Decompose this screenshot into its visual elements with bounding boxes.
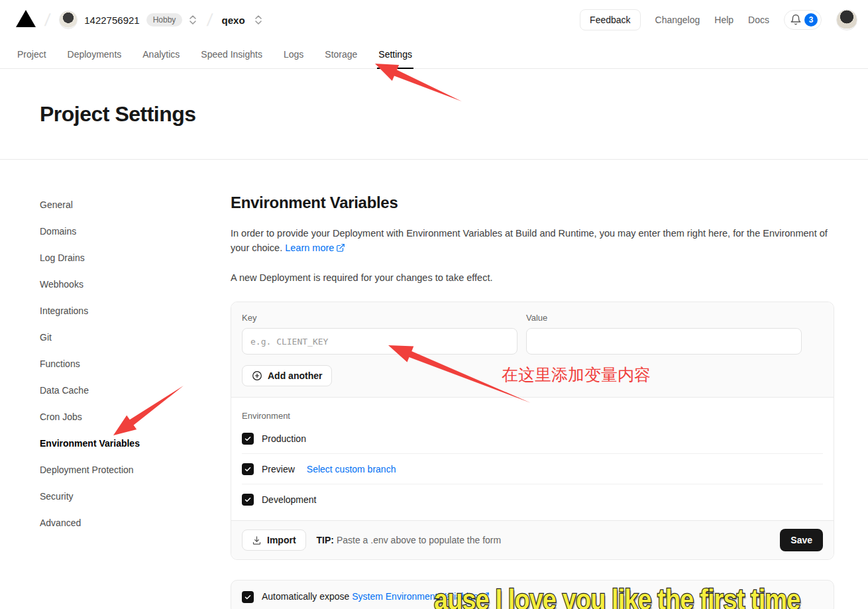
import-button[interactable]: Import: [242, 529, 306, 551]
vercel-logo-icon[interactable]: [16, 10, 36, 27]
sidebar-item-general[interactable]: General: [40, 200, 231, 209]
environment-row-development: Development: [242, 484, 823, 515]
key-input[interactable]: [242, 328, 517, 355]
card-footer: Import TIP: Paste a .env above to popula…: [231, 520, 834, 559]
sidebar-item-functions[interactable]: Functions: [40, 359, 231, 368]
sidebar-item-security[interactable]: Security: [40, 492, 231, 501]
team-name[interactable]: 1422756921: [84, 15, 139, 26]
page-header: Project Settings: [0, 69, 868, 160]
development-checkbox[interactable]: [242, 494, 254, 506]
download-icon: [252, 535, 262, 545]
team-avatar[interactable]: [59, 11, 78, 29]
notification-count-badge: 3: [804, 13, 818, 27]
preview-checkbox[interactable]: [242, 463, 254, 475]
annotation-chinese-note: 在这里添加变量内容: [502, 364, 651, 386]
help-link[interactable]: Help: [714, 15, 733, 25]
notifications-button[interactable]: 3: [784, 10, 822, 30]
sidebar-item-webhooks[interactable]: Webhooks: [40, 280, 231, 289]
tab-project[interactable]: Project: [11, 40, 53, 68]
preview-label: Preview: [262, 464, 295, 474]
section-title: Environment Variables: [231, 194, 834, 212]
top-navigation-bar: / 1422756921 Hobby / qexo Feedback Chang…: [0, 0, 868, 40]
project-switcher-chevron-icon[interactable]: [253, 13, 264, 27]
breadcrumb-slash: /: [44, 10, 52, 30]
sidebar-item-domains[interactable]: Domains: [40, 227, 231, 236]
tip-text: TIP: Paste a .env above to populate the …: [317, 535, 502, 545]
project-tabs: Project Deployments Analytics Speed Insi…: [0, 40, 868, 69]
import-label: Import: [267, 535, 296, 545]
tip-bold: TIP:: [317, 535, 334, 545]
auto-expose-prefix: Automatically expose: [262, 591, 352, 602]
learn-more-link[interactable]: Learn more: [285, 243, 345, 253]
tab-deployments[interactable]: Deployments: [61, 40, 129, 68]
sidebar-item-log-drains[interactable]: Log Drains: [40, 253, 231, 262]
learn-more-label: Learn more: [285, 243, 334, 253]
tab-logs[interactable]: Logs: [277, 40, 310, 68]
feedback-button[interactable]: Feedback: [580, 9, 640, 30]
environment-variables-card: Key Value Add another Environment: [231, 302, 834, 560]
plan-badge: Hobby: [146, 13, 183, 27]
sidebar-item-advanced[interactable]: Advanced: [40, 518, 231, 527]
environment-row-preview: Preview Select custom branch: [242, 454, 823, 484]
sidebar-item-git[interactable]: Git: [40, 333, 231, 342]
tab-storage[interactable]: Storage: [318, 40, 364, 68]
sidebar-item-integrations[interactable]: Integrations: [40, 306, 231, 315]
section-description: In order to provide your Deployment with…: [231, 227, 834, 256]
sidebar-item-data-cache[interactable]: Data Cache: [40, 386, 231, 395]
external-link-icon: [336, 243, 345, 257]
value-input[interactable]: [526, 328, 802, 355]
team-switcher-chevron-icon[interactable]: [188, 13, 198, 27]
add-another-label: Add another: [268, 370, 322, 381]
deployment-note: A new Deployment is required for your ch…: [231, 272, 834, 283]
tab-speed-insights[interactable]: Speed Insights: [194, 40, 269, 68]
tab-settings[interactable]: Settings: [372, 40, 419, 68]
add-another-button[interactable]: Add another: [242, 365, 332, 386]
project-name[interactable]: qexo: [222, 15, 245, 26]
production-checkbox[interactable]: [242, 433, 254, 445]
user-avatar[interactable]: [836, 9, 857, 30]
save-button[interactable]: Save: [780, 529, 823, 551]
subtitle-watermark: ause I love you like the first time: [434, 583, 800, 609]
value-label: Value: [526, 313, 802, 323]
plus-circle-icon: [252, 370, 262, 381]
select-custom-branch-link[interactable]: Select custom branch: [307, 464, 396, 474]
development-label: Development: [262, 494, 317, 505]
environment-row-production: Production: [242, 423, 823, 454]
tip-body: Paste a .env above to populate the form: [334, 535, 501, 545]
tab-analytics[interactable]: Analytics: [136, 40, 186, 68]
environment-selector: Environment Production Preview Select cu…: [231, 398, 834, 520]
bell-icon: [790, 14, 802, 26]
key-label: Key: [242, 313, 517, 323]
breadcrumb-slash: /: [206, 10, 214, 30]
environment-label: Environment: [242, 398, 823, 423]
sidebar-item-deployment-protection[interactable]: Deployment Protection: [40, 465, 231, 474]
changelog-link[interactable]: Changelog: [655, 15, 700, 25]
production-label: Production: [262, 433, 306, 444]
settings-sidebar: General Domains Log Drains Webhooks Inte…: [40, 160, 231, 609]
auto-expose-checkbox[interactable]: [242, 591, 254, 603]
page-title: Project Settings: [40, 102, 868, 127]
sidebar-item-environment-variables[interactable]: Environment Variables: [40, 439, 231, 448]
sidebar-item-cron-jobs[interactable]: Cron Jobs: [40, 412, 231, 421]
docs-link[interactable]: Docs: [748, 15, 769, 25]
